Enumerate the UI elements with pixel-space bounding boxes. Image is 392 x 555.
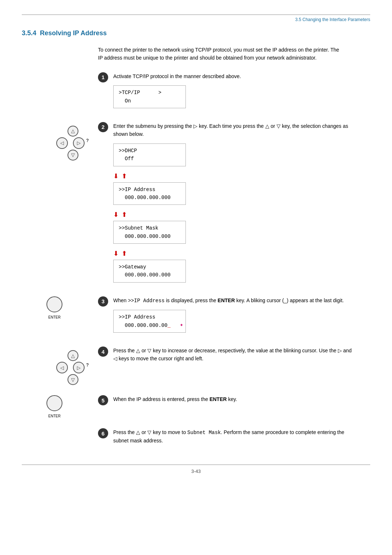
section-number: 3.5.4 [22, 29, 36, 37]
lcd-dhcp: >>DHCP Off [113, 143, 186, 166]
lcd-dhcp-1: >>DHCP [119, 147, 180, 155]
nav-mid-row: ◁ ▷ ? [56, 137, 89, 149]
step-6-content: Press the △ or ▽ key to move to Subnet M… [113, 428, 353, 450]
up-button[interactable]: △ [68, 126, 78, 137]
step-6-icon-col [22, 428, 98, 429]
section-title: 3.5.4 Resolving IP Address [22, 29, 370, 37]
enter-icon-col-2: ENTER [46, 395, 62, 418]
step-1-row: 1 Activate TCP/IP protocol in the manner… [22, 72, 370, 112]
arrows-2: ⬇ ⬆ [113, 211, 353, 219]
lcd-line-2: On [119, 97, 180, 105]
left-button-2[interactable]: ◁ [56, 362, 68, 373]
nav-up-row: △ [67, 126, 78, 137]
section-heading: Resolving IP Address [40, 29, 107, 37]
nav-pad: △ ◁ ▷ ? ▽ [58, 126, 87, 161]
step-1-content: Activate TCP/IP protocol in the manner d… [113, 72, 353, 112]
arrow-up-icon-2: ⬆ [122, 211, 127, 219]
step-5-icon-col: ENTER [22, 395, 98, 418]
step-4-number: 4 [98, 347, 108, 357]
step-2-text: Enter the submenu by pressing the ▷ key.… [113, 122, 353, 138]
lcd-line-1: >TCP/IP > [119, 89, 180, 97]
down-button-2[interactable]: ▽ [68, 374, 78, 385]
step-2-icon-col: △ ◁ ▷ ? ▽ [22, 122, 98, 161]
lcd-ip-address: >>IP Address 000.000.000.000 [113, 182, 186, 205]
arrow-up-icon: ⬆ [122, 172, 127, 180]
step-6-row: 6 Press the △ or ▽ key to move to Subnet… [22, 428, 370, 450]
step-1-lcd: >TCP/IP > On [113, 85, 186, 108]
step-4-text: Press the △ or ▽ key to increase or decr… [113, 347, 353, 363]
lcd-subnet: >>Subnet Mask 000.000.000.000 [113, 221, 186, 244]
step-4-content: Press the △ or ▽ key to increase or decr… [113, 347, 353, 368]
arrow-up-icon-3: ⬆ [122, 250, 127, 258]
lcd-dhcp-2: Off [119, 155, 180, 163]
lcd-ip-1: >>IP Address [119, 186, 180, 194]
step-4-row: △ ◁ ▷ ? ▽ 4 Press the △ or ▽ key to incr… [22, 347, 370, 385]
step-1-number: 1 [98, 72, 108, 82]
step-4-icon-col: △ ◁ ▷ ? ▽ [22, 347, 98, 385]
step-5-row: ENTER 5 When the IP address is entered, … [22, 395, 370, 418]
step-6-text: Press the △ or ▽ key to move to Subnet M… [113, 428, 353, 445]
arrows-3: ⬇ ⬆ [113, 250, 353, 258]
enter-label: ENTER [48, 315, 61, 319]
lcd-gateway-1: >>Gateway [119, 263, 180, 271]
left-button[interactable]: ◁ [56, 137, 68, 149]
page-number: 3-43 [22, 469, 370, 474]
arrows-1: ⬇ ⬆ [113, 172, 353, 180]
bottom-rule [22, 465, 370, 465]
step-2-number: 2 [98, 122, 108, 132]
step-5-text: When the IP address is entered, press th… [113, 395, 353, 403]
step-3-mono: >>IP Address [128, 298, 164, 304]
right-button[interactable]: ▷ [73, 137, 85, 149]
breadcrumb: 3.5 Changing the Interface Parameters [22, 17, 370, 22]
step-6-number: 6 [98, 428, 108, 438]
step-5-content: When the IP address is entered, press th… [113, 395, 353, 408]
down-button[interactable]: ▽ [68, 150, 78, 161]
page: 3.5 Changing the Interface Parameters 3.… [0, 0, 392, 555]
step-2-content: Enter the submenu by pressing the ▷ key.… [113, 122, 353, 286]
lcd-cursor-1: >>IP Address [119, 313, 180, 321]
lcd-ip-cursor: >>IP Address 000.000.000.00_ ✦ [113, 310, 186, 333]
nav-mid-row-2: ◁ ▷ ? [56, 362, 89, 373]
step-2-row: △ ◁ ▷ ? ▽ 2 Enter the submenu by pressin… [22, 122, 370, 286]
enter-icon-col: ENTER [46, 296, 62, 319]
nav-down-row: ▽ [67, 149, 78, 161]
enter-button-2[interactable] [46, 395, 62, 411]
step-5-number: 5 [98, 395, 108, 405]
question-mark: ? [86, 138, 89, 143]
nav-pad-2: △ ◁ ▷ ? ▽ [58, 350, 87, 385]
step-3-enter-bold: ENTER [218, 297, 235, 303]
cursor-decoration: ✦ [180, 321, 183, 330]
arrow-down-icon-2: ⬇ [113, 211, 119, 219]
top-rule [22, 15, 370, 15]
lcd-gateway: >>Gateway 000.000.000.000 [113, 260, 186, 283]
lcd-subnet-2: 000.000.000.000 [119, 232, 180, 240]
step-3-text: When >>IP Address is displayed, press th… [113, 296, 353, 305]
cursor-symbol: _ [167, 323, 170, 328]
nav-up-row-2: △ [67, 350, 78, 362]
lcd-ip-2: 000.000.000.000 [119, 194, 180, 202]
enter-button[interactable] [46, 296, 62, 312]
step-3-icon-col: ENTER [22, 296, 98, 319]
step-5-enter-bold: ENTER [209, 396, 226, 402]
lcd-gateway-2: 000.000.000.000 [119, 271, 180, 279]
question-mark-2: ? [86, 362, 89, 368]
nav-down-row-2: ▽ [67, 373, 78, 385]
step-6-mono: Subnet Mask [187, 430, 221, 436]
lcd-subnet-1: >>Subnet Mask [119, 224, 180, 232]
step-3-row: ENTER 3 When >>IP Address is displayed, … [22, 296, 370, 336]
step-1-text: Activate TCP/IP protocol in the manner d… [113, 72, 353, 80]
right-button-2[interactable]: ▷ [73, 362, 85, 373]
up-button-2[interactable]: △ [68, 350, 78, 361]
lcd-cursor-2: 000.000.000.00_ [119, 321, 180, 329]
arrow-down-icon: ⬇ [113, 172, 119, 180]
arrow-down-icon-3: ⬇ [113, 250, 119, 258]
step-1-icon-col [22, 72, 98, 73]
step-3-number: 3 [98, 296, 108, 307]
intro-text: To connect the printer to the network us… [98, 46, 345, 62]
enter-label-2: ENTER [48, 414, 61, 418]
step-3-content: When >>IP Address is displayed, press th… [113, 296, 353, 336]
